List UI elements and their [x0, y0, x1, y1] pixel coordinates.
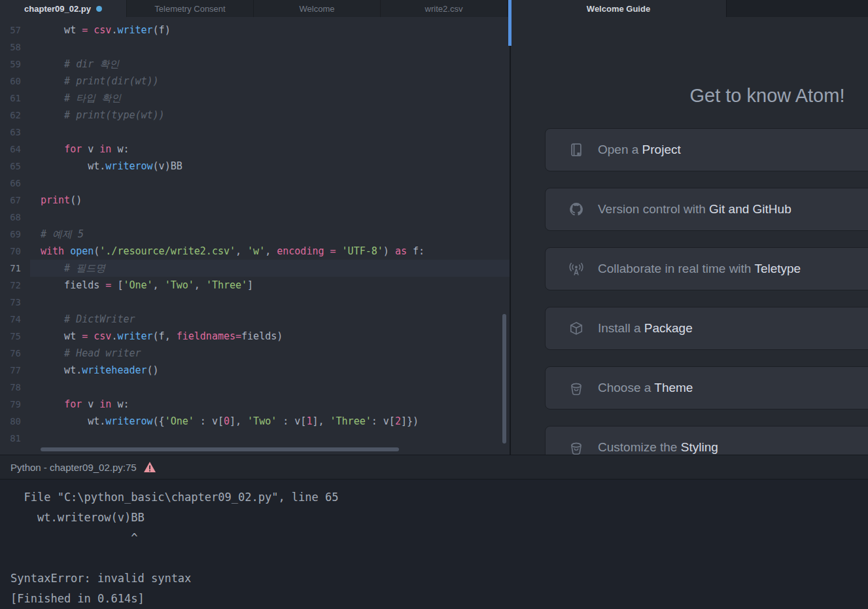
- line-number[interactable]: 61: [0, 90, 30, 107]
- code-line[interactable]: 61 # 타입 확인: [0, 90, 510, 107]
- line-number[interactable]: 69: [0, 226, 30, 243]
- horizontal-scrollbar[interactable]: [41, 447, 399, 451]
- code-line[interactable]: 72 fields = ['One', 'Two', 'Three']: [0, 277, 510, 294]
- line-number[interactable]: 64: [0, 141, 30, 158]
- tab-write2-csv[interactable]: write2.csv: [381, 0, 508, 17]
- guide-card-teletype[interactable]: Collaborate in real time with Teletype: [545, 247, 868, 290]
- output-line: SyntaxError: invalid syntax: [10, 568, 868, 589]
- line-number[interactable]: 63: [0, 124, 30, 141]
- line-number[interactable]: 70: [0, 243, 30, 260]
- line-number[interactable]: 80: [0, 413, 30, 430]
- code-line[interactable]: 63: [0, 124, 510, 141]
- output-line: [Finished in 0.614s]: [10, 589, 868, 609]
- output-header: Python - chapter09_02.py:75: [0, 455, 868, 479]
- broadcast-icon: [569, 262, 583, 276]
- guide-card-theme[interactable]: Choose a Theme: [545, 366, 868, 409]
- token-pl: (f,: [153, 330, 177, 342]
- line-number[interactable]: 58: [0, 39, 30, 56]
- line-number[interactable]: 71: [0, 260, 30, 277]
- welcome-pane: Welcome Guide Get to know Atom! Open a P…: [511, 0, 868, 455]
- line-number[interactable]: 66: [0, 175, 30, 192]
- token-kw: fieldnames: [177, 330, 235, 342]
- package-icon: [569, 321, 583, 336]
- guide-card-label: Choose a Theme: [598, 381, 693, 395]
- line-number[interactable]: 77: [0, 362, 30, 379]
- code-text: [30, 124, 510, 141]
- tab-label: Telemetry Consent: [154, 4, 225, 14]
- code-line[interactable]: 78: [0, 379, 510, 396]
- code-line[interactable]: 69# 예제 5: [0, 226, 510, 243]
- code-text: [30, 430, 510, 447]
- token-kw: csv: [94, 330, 111, 342]
- code-line[interactable]: 77 wt.writeheader(): [0, 362, 510, 379]
- guide-card-styling[interactable]: Customize the Styling: [545, 426, 868, 455]
- line-number[interactable]: 79: [0, 396, 30, 413]
- github-icon: [569, 202, 583, 217]
- line-number[interactable]: 76: [0, 345, 30, 362]
- code-line[interactable]: 74 # DictWriter: [0, 311, 510, 328]
- guide-card-git-and-github[interactable]: Version control with Git and GitHub: [545, 188, 868, 231]
- code-line[interactable]: 66: [0, 175, 510, 192]
- tab-welcome-guide[interactable]: Welcome Guide: [511, 0, 727, 17]
- line-number[interactable]: 65: [0, 158, 30, 175]
- code-text: [30, 294, 510, 311]
- code-editor[interactable]: 57 wt = csv.writer(f)5859 # dir 확인60 # p…: [0, 17, 510, 455]
- code-line[interactable]: 70with open('./resource/write2.csv', 'w'…: [0, 243, 510, 260]
- code-text: # DictWriter: [30, 311, 510, 328]
- code-text: wt = csv.writer(f, fieldnames=fields): [30, 328, 510, 345]
- code-line[interactable]: 62 # print(type(wt)): [0, 107, 510, 124]
- line-number[interactable]: 67: [0, 192, 30, 209]
- token-pl: w:: [111, 398, 129, 410]
- code-line[interactable]: 80 wt.writerow({'One' : v[0], 'Two' : v[…: [0, 413, 510, 430]
- line-number[interactable]: 78: [0, 379, 30, 396]
- line-number[interactable]: 72: [0, 277, 30, 294]
- vertical-scrollbar[interactable]: [502, 314, 506, 444]
- output-line: ^: [10, 528, 868, 548]
- code-line[interactable]: 58: [0, 39, 510, 56]
- line-number[interactable]: 62: [0, 107, 30, 124]
- line-number[interactable]: 57: [0, 22, 30, 39]
- token-st: 'Three': [330, 415, 372, 427]
- code-line[interactable]: 57 wt = csv.writer(f): [0, 22, 510, 39]
- code-line[interactable]: 75 wt = csv.writer(f, fieldnames=fields): [0, 328, 510, 345]
- token-st: 'Two': [247, 415, 277, 427]
- code-line[interactable]: 79 for v in w:: [0, 396, 510, 413]
- line-number[interactable]: 75: [0, 328, 30, 345]
- line-number[interactable]: 81: [0, 430, 30, 447]
- tab-chapter09-02-py[interactable]: chapter09_02.py: [0, 0, 127, 17]
- tab-label: Welcome: [300, 4, 335, 14]
- tab-welcome[interactable]: Welcome: [254, 0, 381, 17]
- code-line[interactable]: 81: [0, 430, 510, 447]
- line-number[interactable]: 60: [0, 73, 30, 90]
- line-number[interactable]: 73: [0, 294, 30, 311]
- token-pl: wt: [41, 330, 82, 342]
- token-pl: f:: [407, 245, 425, 257]
- token-pl: ]: [247, 279, 253, 291]
- line-number[interactable]: 68: [0, 209, 30, 226]
- code-line[interactable]: 67print(): [0, 192, 510, 209]
- code-line[interactable]: 59 # dir 확인: [0, 56, 510, 73]
- guide-card-project[interactable]: Open a Project: [545, 128, 868, 171]
- code-text: fields = ['One', 'Two', 'Three']: [30, 277, 510, 294]
- token-pl: [324, 245, 330, 257]
- token-pl: ]}): [401, 415, 419, 427]
- code-line[interactable]: 73: [0, 294, 510, 311]
- line-number[interactable]: 59: [0, 56, 30, 73]
- token-pl: ): [383, 245, 395, 257]
- token-kw: csv: [94, 24, 111, 36]
- token-st: 'Two': [165, 279, 194, 291]
- paintcan-icon: [569, 440, 583, 455]
- code-line[interactable]: 60 # print(dir(wt)): [0, 73, 510, 90]
- token-pl: : v[: [194, 415, 224, 427]
- code-line[interactable]: 68: [0, 209, 510, 226]
- code-line[interactable]: 76 # Head writer: [0, 345, 510, 362]
- code-line[interactable]: 64 for v in w:: [0, 141, 510, 158]
- tab-telemetry-consent[interactable]: Telemetry Consent: [127, 0, 254, 17]
- code-text: print(): [30, 192, 510, 209]
- code-text: [30, 379, 510, 396]
- guide-card-package[interactable]: Install a Package: [545, 307, 868, 350]
- line-number[interactable]: 74: [0, 311, 30, 328]
- code-line[interactable]: 71 # 필드명: [0, 260, 510, 277]
- token-pl: ],: [230, 415, 247, 427]
- code-line[interactable]: 65 wt.writerow(v)BB: [0, 158, 510, 175]
